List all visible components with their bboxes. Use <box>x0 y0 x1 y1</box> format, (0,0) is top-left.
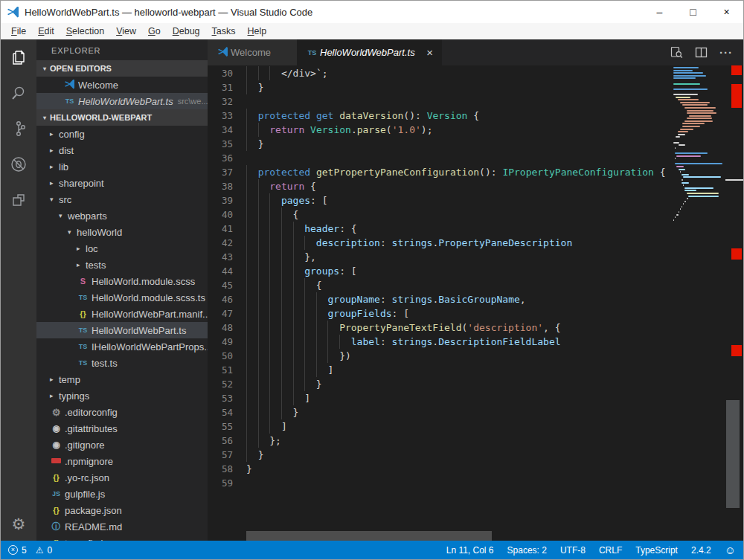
horizontal-scrollbar[interactable] <box>246 531 492 541</box>
feedback-smiley-icon[interactable]: ☺ <box>725 544 736 556</box>
errors-item[interactable]: × 5 <box>8 545 27 556</box>
menu-selection[interactable]: Selection <box>60 25 110 38</box>
code-line[interactable]: 31} <box>208 80 673 94</box>
tree-item[interactable]: TSHelloWorld.module.scss.ts <box>36 289 208 306</box>
code-editor[interactable]: 30</div>`;31}3233protected get dataVersi… <box>208 65 673 541</box>
tree-item[interactable]: {}tsconfig.json <box>36 535 208 541</box>
menu-debug[interactable]: Debug <box>167 25 206 38</box>
code-line[interactable]: 36 <box>208 151 673 165</box>
code-line[interactable]: 51] <box>208 363 673 377</box>
code-line[interactable]: 49label: strings.DescriptionFieldLabel <box>208 335 673 349</box>
status-ln[interactable]: Ln 11, Col 6 <box>446 545 494 556</box>
code-line[interactable]: 58} <box>208 462 673 476</box>
tree-item[interactable]: {}HelloWorldWebPart.manif... <box>36 306 208 322</box>
open-preview-icon[interactable] <box>670 46 683 59</box>
code-line[interactable]: 53] <box>208 391 673 405</box>
vertical-scrollbar[interactable] <box>726 400 740 508</box>
warnings-item[interactable]: ⚠ 0 <box>36 545 52 556</box>
source-control-icon[interactable] <box>1 111 36 147</box>
menu-help[interactable]: Help <box>242 25 273 38</box>
more-actions-icon[interactable]: ··· <box>719 46 733 59</box>
tree-item[interactable]: ▸temp <box>36 371 208 387</box>
tree-item[interactable]: ⚙.editorconfig <box>36 404 208 420</box>
code-line[interactable]: 34return Version.parse('1.0'); <box>208 123 673 137</box>
tree-item[interactable]: JSgulpfile.js <box>36 486 208 502</box>
code-line[interactable]: 43}, <box>208 250 673 264</box>
problems-summary[interactable]: × 5 ⚠ 0 <box>8 545 52 556</box>
tree-item[interactable]: ▸config <box>36 126 208 142</box>
menu-file[interactable]: File <box>5 25 32 38</box>
tree-item[interactable]: .npmignore <box>36 453 208 469</box>
menu-tasks[interactable]: Tasks <box>206 25 242 38</box>
open-editors-header[interactable]: ▾ OPEN EDITORS <box>36 60 208 77</box>
tree-item[interactable]: {}.yo-rc.json <box>36 469 208 486</box>
tree-item[interactable]: TSIHelloWorldWebPartProps... <box>36 338 208 355</box>
code-line[interactable]: 41header: { <box>208 222 673 236</box>
project-header[interactable]: ▾ HELLOWORLD-WEBPART <box>36 109 208 126</box>
tree-item-label: config <box>59 129 85 140</box>
code-line[interactable]: 59 <box>208 476 673 490</box>
line-content: PropertyPaneTextField('description', { <box>246 321 673 335</box>
code-line[interactable]: 47groupFields: [ <box>208 306 673 321</box>
tree-item[interactable]: ▾webparts <box>36 207 208 224</box>
code-line[interactable]: 39pages: [ <box>208 193 673 207</box>
menu-go[interactable]: Go <box>142 25 167 38</box>
maximize-button[interactable]: □ <box>676 1 710 23</box>
tree-item[interactable]: ▸dist <box>36 142 208 158</box>
status-utf-8[interactable]: UTF-8 <box>560 545 586 556</box>
tree-item[interactable]: {}package.json <box>36 502 208 518</box>
code-line[interactable]: 30</div>`; <box>208 66 673 80</box>
menu-edit[interactable]: Edit <box>32 25 60 38</box>
code-line[interactable]: 44groups: [ <box>208 264 673 278</box>
code-line[interactable]: 57} <box>208 448 673 462</box>
tab-helloworldwebpart-ts[interactable]: TSHelloWorldWebPart.ts× <box>297 39 442 65</box>
code-line[interactable]: 35} <box>208 137 673 151</box>
status-spaces[interactable]: Spaces: 2 <box>507 545 547 556</box>
tree-item[interactable]: ▸tests <box>36 257 208 273</box>
debug-icon[interactable] <box>1 147 36 182</box>
tree-item[interactable]: ▸loc <box>36 240 208 257</box>
tab-close-icon[interactable]: × <box>420 46 433 59</box>
tree-item[interactable]: TSHelloWorldWebPart.ts <box>36 322 208 338</box>
tree-item[interactable]: SHelloWorld.module.scss <box>36 273 208 289</box>
minimap[interactable] <box>673 65 725 541</box>
split-editor-icon[interactable] <box>695 46 708 59</box>
tree-item[interactable]: ◉.gitignore <box>36 437 208 453</box>
code-line[interactable]: 50}) <box>208 349 673 363</box>
code-line[interactable]: 55] <box>208 419 673 434</box>
tree-item[interactable]: ▾src <box>36 191 208 207</box>
code-line[interactable]: 33protected get dataVersion(): Version { <box>208 109 673 123</box>
tree-item[interactable]: ▾helloWorld <box>36 224 208 240</box>
menu-view[interactable]: View <box>110 25 142 38</box>
extensions-icon[interactable] <box>1 182 36 218</box>
status-2.4.2[interactable]: 2.4.2 <box>691 545 711 556</box>
settings-gear-icon[interactable]: ⚙ <box>1 508 36 541</box>
tree-item[interactable]: ◉.gitattributes <box>36 420 208 437</box>
code-line[interactable]: 40{ <box>208 207 673 222</box>
code-line[interactable]: 54} <box>208 405 673 419</box>
code-line[interactable]: 48PropertyPaneTextField('description', { <box>208 321 673 335</box>
code-line[interactable]: 38return { <box>208 179 673 193</box>
code-line[interactable]: 46groupName: strings.BasicGroupName, <box>208 292 673 306</box>
code-line[interactable]: 37protected getPropertyPaneConfiguration… <box>208 165 673 179</box>
line-content: </div>`; <box>246 66 673 80</box>
code-line[interactable]: 32 <box>208 94 673 109</box>
explorer-icon[interactable] <box>1 39 36 75</box>
code-line[interactable]: 45{ <box>208 278 673 292</box>
code-line[interactable]: 42description: strings.PropertyPaneDescr… <box>208 236 673 250</box>
tree-item[interactable]: ▸typings <box>36 387 208 404</box>
status-typescript[interactable]: TypeScript <box>635 545 678 556</box>
minimize-button[interactable]: – <box>643 1 676 23</box>
search-icon[interactable] <box>1 75 36 111</box>
open-editor-item[interactable]: Welcome <box>36 77 208 93</box>
tree-item[interactable]: ▸sharepoint <box>36 175 208 191</box>
open-editor-item[interactable]: TSHelloWorldWebPart.tssrc\we... <box>36 93 208 109</box>
tree-item[interactable]: ▸lib <box>36 158 208 175</box>
tree-item[interactable]: ⓘREADME.md <box>36 518 208 535</box>
tab-welcome[interactable]: Welcome <box>208 39 297 65</box>
code-line[interactable]: 56}; <box>208 434 673 448</box>
close-button[interactable]: × <box>710 1 743 23</box>
tree-item[interactable]: TStest.ts <box>36 355 208 371</box>
status-crlf[interactable]: CRLF <box>599 545 622 556</box>
code-line[interactable]: 52} <box>208 377 673 391</box>
